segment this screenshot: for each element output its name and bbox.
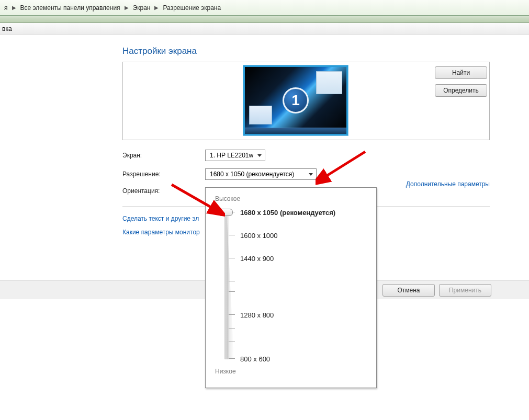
chevron-down-icon: [257, 154, 262, 157]
screen-dropdown[interactable]: 1. HP LE2201w: [205, 150, 265, 161]
resolution-dropdown[interactable]: 1680 x 1050 (рекомендуется): [205, 168, 317, 180]
screen-dropdown-value: 1. HP LE2201w: [210, 152, 253, 159]
breadcrumb[interactable]: я ▶ Все элементы панели управления ▶ Экр…: [2, 4, 223, 12]
detect-button[interactable]: Определить: [435, 84, 487, 97]
page-title: Настройки экрана: [122, 46, 529, 56]
resolution-popup[interactable]: Высокое 1680 x 1050 (рекомендуется) 1600…: [205, 187, 377, 388]
resolution-label: Разрешение:: [122, 171, 205, 178]
resolution-slider[interactable]: [215, 208, 235, 362]
window-icon: [249, 106, 272, 124]
cancel-button[interactable]: Отмена: [382, 284, 435, 297]
chevron-right-icon: ▶: [10, 5, 18, 10]
svg-line-1: [172, 185, 215, 209]
chevron-right-icon: ▶: [122, 5, 131, 10]
slider-high-label: Высокое: [215, 195, 367, 202]
screen-label: Экран:: [122, 152, 205, 159]
chevron-right-icon: ▶: [152, 5, 161, 10]
slider-low-label: Низкое: [215, 368, 367, 375]
menu-bar: вка: [0, 23, 529, 35]
resolution-option[interactable]: 1600 x 1000: [240, 232, 278, 240]
taskbar-icon: [245, 128, 346, 134]
resolution-option[interactable]: 1680 x 1050 (рекомендуется): [240, 209, 335, 217]
resolution-option[interactable]: 800 x 600: [240, 355, 270, 363]
breadcrumb-fragment: я: [2, 4, 10, 12]
resolution-dropdown-value: 1680 x 1050 (рекомендуется): [210, 171, 294, 178]
window-icon: [316, 71, 342, 94]
annotation-arrow-icon: [167, 180, 225, 217]
advanced-settings-link[interactable]: Дополнительные параметры: [406, 180, 490, 188]
resolution-option[interactable]: 1440 x 900: [240, 255, 274, 263]
address-bar: я ▶ Все элементы панели управления ▶ Экр…: [0, 0, 529, 16]
chevron-down-icon: [309, 173, 313, 176]
decorative-stripe: [0, 16, 529, 23]
resolution-option[interactable]: 1280 x 800: [240, 311, 274, 319]
display-thumbnail[interactable]: 1: [243, 65, 348, 135]
breadcrumb-item[interactable]: Все элементы панели управления: [18, 4, 122, 12]
find-button[interactable]: Найти: [435, 66, 487, 79]
svg-line-0: [323, 152, 365, 178]
breadcrumb-item[interactable]: Экран: [131, 4, 153, 12]
displays-preview: 1 Найти Определить: [122, 62, 490, 140]
annotation-arrow-icon: [316, 149, 368, 186]
apply-button[interactable]: Применить: [439, 284, 491, 297]
breadcrumb-item[interactable]: Разрешение экрана: [161, 4, 223, 12]
menu-item-fragment[interactable]: вка: [2, 25, 12, 32]
display-number-badge: 1: [283, 87, 309, 113]
